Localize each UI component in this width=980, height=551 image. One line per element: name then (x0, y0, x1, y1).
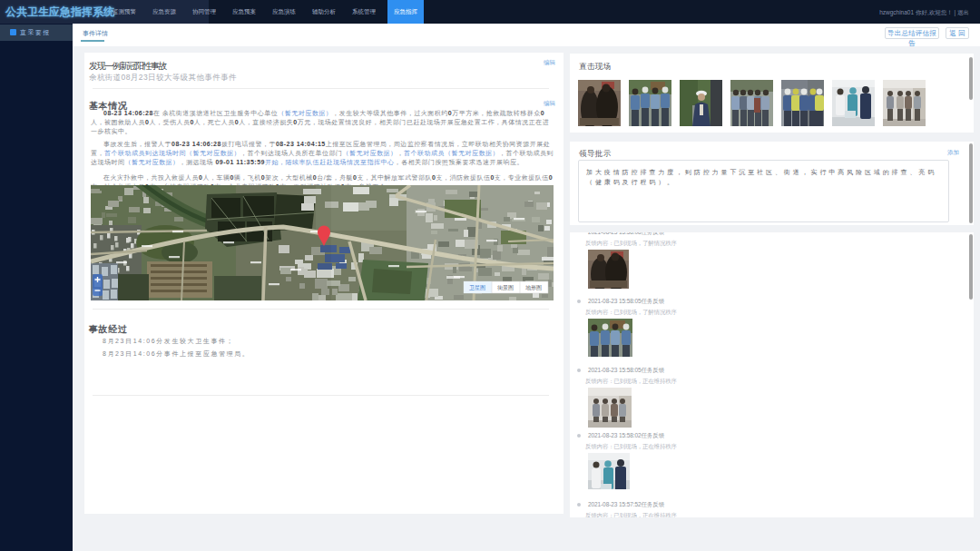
svg-text:卫星图: 卫星图 (469, 284, 485, 291)
svg-text:街景图: 街景图 (497, 285, 514, 291)
svg-text:地形图: 地形图 (525, 285, 542, 291)
